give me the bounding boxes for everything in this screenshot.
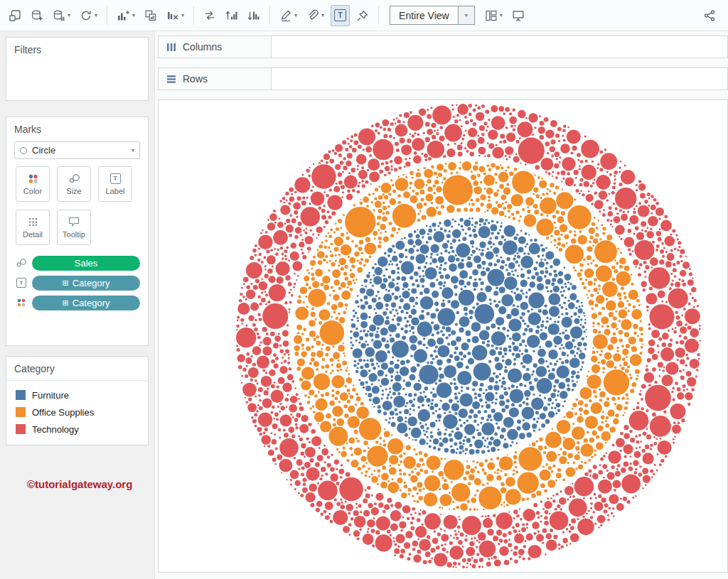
color-legend-card: Category Furniture Office Supplies Techn… [6, 356, 149, 445]
plus-box-icon: ⊞ [63, 278, 69, 288]
rows-shelf: Rows [158, 67, 728, 90]
fit-selector-value: Entire View [390, 6, 458, 24]
pill-category-label[interactable]: ⊞ Category [32, 276, 140, 291]
label-button[interactable]: T Label [98, 166, 132, 202]
chevron-down-icon: ▾ [181, 12, 184, 18]
pin-icon [356, 9, 369, 22]
sort-descending-button[interactable] [245, 5, 263, 26]
legend-swatch [16, 390, 26, 400]
mark-buttons-row-1: Color Size T Label [6, 166, 148, 202]
presentation-mode-button[interactable] [509, 5, 528, 26]
toolbar-separator [107, 6, 107, 25]
new-worksheet-icon [117, 9, 130, 22]
columns-shelf-label[interactable]: Columns [158, 36, 272, 58]
detail-icon [28, 217, 38, 227]
duplicate-sheet-button[interactable] [141, 5, 160, 26]
legend-item-technology[interactable]: Technology [6, 421, 148, 438]
label-icon: T [14, 278, 28, 288]
watermark: ©tutorialgateway.org [27, 478, 149, 490]
mark-buttons-row-2: Detail Tooltip [6, 210, 148, 245]
columns-shelf-drop[interactable] [272, 36, 728, 58]
legend-title: Category [6, 363, 148, 381]
show-hide-cards-button[interactable]: ▾ [482, 5, 505, 26]
pill-sales[interactable]: Sales [32, 256, 140, 271]
detail-button[interactable]: Detail [16, 210, 50, 245]
presentation-icon [512, 9, 525, 22]
chevron-down-icon: ▾ [465, 12, 468, 18]
share-icon [703, 9, 716, 22]
toolbar: ▾ ▾ ▾ ▾ [0, 0, 728, 31]
columns-shelf: Columns [158, 36, 728, 58]
chevron-down-icon: ▾ [68, 12, 70, 18]
new-workbook-button[interactable] [6, 5, 24, 26]
legend-label: Office Supplies [32, 407, 94, 418]
rows-shelf-label[interactable]: Rows [158, 67, 272, 90]
color-button[interactable]: Color [16, 166, 50, 202]
chevron-down-icon: ▾ [294, 12, 297, 18]
columns-shelf-text: Columns [183, 41, 222, 53]
circle-mark-icon [20, 147, 27, 154]
show-cards-icon [485, 9, 498, 22]
filters-title: Filters [14, 44, 140, 55]
size-button[interactable]: Size [57, 166, 91, 202]
clear-sheet-button[interactable]: ▾ [164, 5, 187, 26]
bubble-chart[interactable] [159, 100, 727, 572]
tooltip-button[interactable]: Tooltip [57, 210, 91, 245]
highlight-button[interactable]: ▾ [277, 5, 300, 26]
plus-box-icon: ⊞ [63, 298, 69, 308]
add-data-source-button[interactable] [28, 5, 46, 26]
legend-item-furniture[interactable]: Furniture [6, 386, 148, 404]
legend-label: Furniture [32, 390, 69, 401]
chevron-down-icon: ▾ [132, 147, 134, 153]
label-icon: T [110, 173, 121, 184]
chevron-down-icon: ▾ [500, 12, 503, 18]
legend-item-office-supplies[interactable]: Office Supplies [6, 404, 148, 421]
pill-category-color[interactable]: ⊞ Category [32, 296, 140, 310]
highlight-pen-icon [279, 9, 292, 22]
size-icon [68, 173, 80, 184]
pill-sales-label: Sales [75, 258, 98, 269]
fix-axes-button[interactable] [353, 5, 372, 26]
chevron-down-icon: ▾ [321, 12, 324, 18]
fit-selector-caret[interactable]: ▾ [458, 6, 474, 24]
run-update-button[interactable]: ▾ [77, 5, 100, 26]
fit-selector[interactable]: Entire View ▾ [390, 6, 475, 25]
rows-shelf-drop[interactable] [272, 67, 728, 90]
toolbar-separator [269, 6, 270, 25]
sort-ascending-button[interactable] [223, 5, 241, 26]
detail-button-label: Detail [23, 230, 43, 239]
group-members-button[interactable]: ▾ [304, 5, 327, 26]
new-worksheet-button[interactable]: ▾ [114, 5, 138, 26]
pill-category-label-text: Category [73, 278, 110, 288]
tooltip-icon [68, 217, 80, 227]
pill-category-color-text: Category [73, 298, 110, 308]
columns-icon [166, 43, 176, 52]
color-icon [14, 298, 28, 308]
sort-descending-icon [247, 9, 260, 22]
label-icon: T [334, 9, 346, 21]
paperclip-icon [306, 9, 319, 22]
pause-updates-button[interactable]: ▾ [50, 5, 73, 26]
legend-items: Furniture Office Supplies Technology [6, 381, 148, 438]
legend-swatch [16, 424, 26, 434]
label-shelf-row: T ⊞ Category [6, 273, 148, 293]
chevron-down-icon: ▾ [95, 12, 97, 18]
viz-canvas[interactable] [158, 99, 728, 573]
mark-type-value: Circle [32, 145, 55, 156]
swap-axes-button[interactable] [200, 5, 219, 26]
color-button-label: Color [23, 187, 42, 195]
filters-shelf[interactable]: Filters [6, 37, 149, 101]
refresh-icon [80, 9, 92, 22]
mark-type-dropdown[interactable]: Circle ▾ [14, 141, 140, 159]
swap-axes-icon [203, 9, 216, 22]
chevron-down-icon: ▾ [132, 12, 135, 18]
marks-title: Marks [6, 124, 148, 135]
size-icon [14, 258, 28, 268]
marks-pills: Sales T ⊞ Category [6, 253, 148, 313]
sort-ascending-icon [225, 9, 238, 22]
share-button[interactable] [700, 5, 719, 26]
show-mark-labels-button[interactable]: T [331, 5, 350, 26]
worksheet-area: Columns Rows [155, 31, 728, 579]
toolbar-separator [378, 6, 379, 25]
color-icon [28, 173, 38, 184]
